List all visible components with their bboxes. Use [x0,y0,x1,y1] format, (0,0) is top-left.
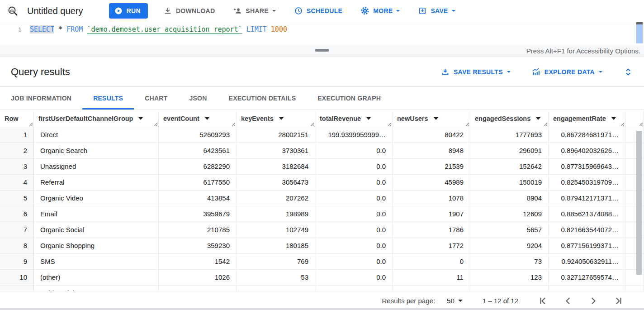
sql-code-line[interactable]: SELECT * FROM `demo.demoset.user_acquisi… [30,25,287,45]
table-cell: 0.0 [315,222,393,238]
column-header-Row[interactable]: Row [0,110,34,127]
table-row: 2Organic Search642356137303610.089482960… [0,143,644,159]
column-resize-handle[interactable] [310,122,314,126]
column-resize-handle[interactable] [620,122,625,126]
run-button[interactable]: RUN [109,3,148,19]
table-cell: 198989 [237,206,315,222]
first-page-button[interactable] [537,296,548,306]
table-cell: 0.867284681971… [549,127,625,143]
sql-editor[interactable]: 1 SELECT * FROM `demo.demoset.user_acqui… [0,22,644,45]
column-resize-handle[interactable] [231,122,236,126]
column-resize-handle[interactable] [387,122,392,126]
last-page-button[interactable] [613,296,624,306]
column-header-firstUserDefaultChannelGroup[interactable]: firstUserDefaultChannelGroup [34,110,159,127]
row-number-cell: 3 [0,159,34,174]
previous-page-button[interactable] [563,296,573,306]
save-icon [418,6,427,15]
editor-scrollbar[interactable] [636,22,643,45]
table-cell: 296091 [470,143,549,158]
table-cell: 1026 [159,270,237,285]
schedule-button[interactable]: SCHEDULE [291,4,345,18]
row-number-cell: 7 [0,222,34,238]
table-cell: 207262 [237,191,315,206]
column-resize-handle[interactable] [465,122,469,126]
table-cell: 1772 [393,238,470,253]
save-results-button[interactable]: SAVE RESULTS [441,67,511,76]
tab-job-information[interactable]: JOB INFORMATION [0,87,82,110]
column-header-newUsers[interactable]: newUsers [393,110,470,127]
explore-data-button[interactable]: EXPLORE DATA [531,67,602,76]
table-cell: 0.885621374088… [549,206,625,222]
column-header-totalRevenue[interactable]: totalRevenue [315,110,393,127]
column-menu-icon[interactable] [536,117,540,120]
column-resize-handle[interactable] [543,122,548,126]
tab-execution-details[interactable]: EXECUTION DETAILS [218,87,307,110]
unfold-more-icon [623,67,633,77]
tab-json[interactable]: JSON [178,87,218,110]
column-menu-icon[interactable] [366,117,371,120]
table-row: 4Referral617755030564730.0459891500190.8… [0,175,644,191]
row-number-cell: 6 [0,206,34,222]
table-cell: 80422 [393,127,470,143]
column-resize-handle[interactable] [153,122,158,126]
table-cell: Referral [34,175,159,190]
download-button[interactable]: DOWNLOAD [161,4,218,18]
filler-cell [625,286,644,291]
column-header-eventCount[interactable]: eventCount [159,110,237,127]
chevron-down-icon [396,10,400,12]
column-menu-icon[interactable] [611,117,616,120]
query-title[interactable]: Untitled query [27,6,83,16]
column-menu-icon[interactable] [138,117,143,120]
column-menu-icon[interactable] [279,117,284,120]
column-header-keyEvents[interactable]: keyEvents [237,110,315,127]
table-row: 7Organic Social2107851027490.0178656570.… [0,222,644,238]
sql-keyword-select: SELECT [30,25,54,33]
table-cell: 9204 [470,238,549,253]
column-header-engagementRate[interactable]: engagementRate [549,110,625,127]
save-button[interactable]: SAVE [415,4,458,18]
table-cell: 769 [237,254,315,269]
expand-collapse-results-button[interactable] [623,67,633,77]
table-header-row: RowfirstUserDefaultChannelGroupeventCoun… [0,110,644,127]
row-number-cell: 1 [0,127,34,143]
table-cell: 123 [470,270,549,285]
next-page-button[interactable] [588,296,599,306]
splitter-drag-handle[interactable] [315,49,329,52]
column-resize-handle[interactable] [28,122,33,126]
tab-chart[interactable]: CHART [134,87,178,110]
table-cell: 180185 [237,238,315,253]
table-cell: Email [34,206,159,222]
table-row: 8Organic Shopping3592301801850.017729204… [0,238,644,254]
column-resize-handle[interactable] [639,122,643,126]
tab-execution-graph[interactable]: EXECUTION GRAPH [307,87,392,110]
query-toolbar: Untitled query RUN DOWNLOAD SHARE [0,0,644,22]
horizontal-scrollbar[interactable] [0,308,644,310]
table-cell: 1542 [159,254,237,269]
table-cell: Direct [34,127,159,143]
more-button[interactable]: MORE [358,4,402,18]
tab-results[interactable]: RESULTS [82,87,134,110]
table-cell: 28002151 [237,127,315,143]
table-cell: Organic Video [34,191,159,206]
person-add-icon [233,6,242,15]
table-cell: 0.0 [315,143,393,158]
table-scrollbar-thumb[interactable] [636,131,642,275]
column-menu-icon[interactable] [205,117,209,120]
table-body: 1Direct5260929328002151199.9399959999…80… [0,127,644,291]
table-cell: 0.825450319709… [549,175,625,190]
row-number-cell: 4 [0,175,34,190]
column-menu-icon[interactable] [434,117,438,120]
sql-table-reference[interactable]: `demo.demoset.user_acquisition_report` [87,25,242,33]
table-cell: 1078 [393,191,470,206]
table-cell: 3730361 [237,143,315,158]
sql-keyword-limit: LIMIT [242,25,271,33]
table-cell: 102749 [237,222,315,238]
table-cell: 0.0 [315,206,393,222]
table-cell: 0.0 [315,191,393,206]
editor-scrollbar-thumb[interactable] [636,24,643,43]
results-per-page-label: Results per page: [382,297,436,305]
column-header-engagedSessions[interactable]: engagedSessions [470,110,549,127]
share-button[interactable]: SHARE [230,4,279,18]
page-size-select[interactable]: 50 [447,297,463,305]
table-cell: 0.0 [315,270,393,285]
